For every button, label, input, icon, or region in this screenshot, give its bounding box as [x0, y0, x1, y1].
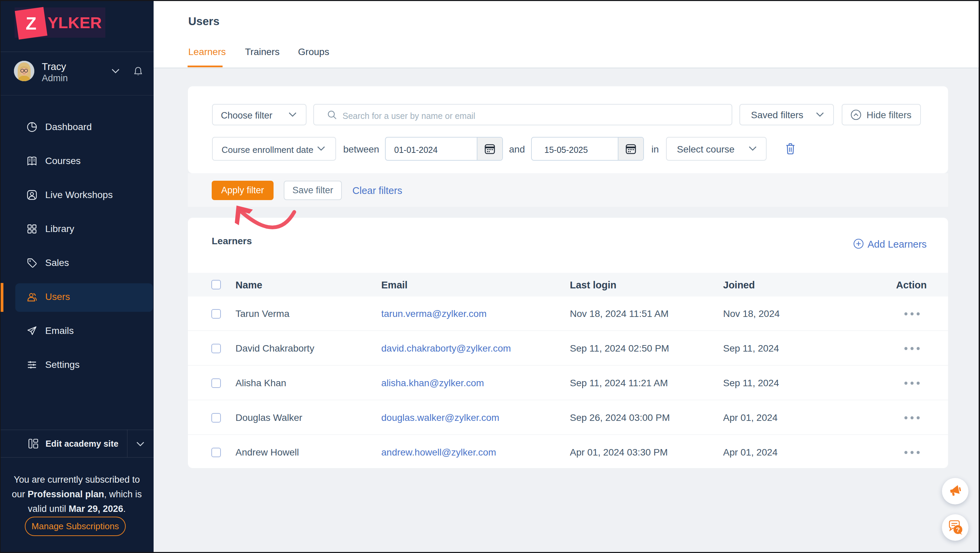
svg-text:?: ?	[956, 526, 960, 533]
